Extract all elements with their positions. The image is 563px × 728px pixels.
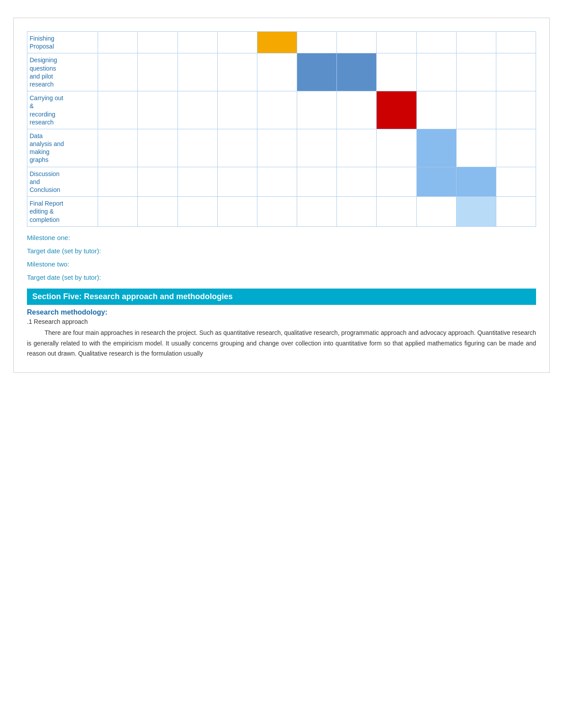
gantt-cell (456, 167, 496, 197)
gantt-row: Designingquestionsand pilotresearch (27, 53, 536, 91)
gantt-cell (178, 91, 217, 129)
gantt-cell (456, 197, 496, 227)
task-label: Dataanalysis andmakinggraphs (27, 129, 98, 167)
gantt-cell (337, 53, 377, 91)
gantt-cell (337, 91, 377, 129)
gantt-row: Final Reportediting &completion (27, 197, 536, 227)
gantt-cell (297, 32, 337, 53)
gantt-cell (456, 129, 496, 167)
gantt-cell (416, 32, 456, 53)
gantt-cell (98, 129, 138, 167)
gantt-row: Dataanalysis andmakinggraphs (27, 129, 536, 167)
gantt-cell (377, 197, 416, 227)
gantt-cell (257, 32, 297, 53)
gantt-cell (377, 53, 416, 91)
gantt-cell (98, 197, 138, 227)
task-label: Carrying out&recordingresearch (27, 91, 98, 129)
gantt-cell (178, 32, 217, 53)
page-container: FinishingProposalDesigningquestionsand p… (13, 18, 550, 373)
gantt-cell (98, 167, 138, 197)
gantt-cell (496, 53, 536, 91)
gantt-cell (138, 32, 178, 53)
target-date-one-label: Target date (set by tutor): (27, 244, 536, 258)
gantt-cell (416, 129, 456, 167)
gantt-cell (217, 32, 257, 53)
gantt-cell (178, 167, 217, 197)
gantt-cell (138, 167, 178, 197)
gantt-cell (456, 53, 496, 91)
gantt-cell (377, 32, 416, 53)
gantt-cell (377, 167, 416, 197)
gantt-cell (337, 32, 377, 53)
gantt-cell (178, 53, 217, 91)
gantt-cell (217, 197, 257, 227)
gantt-cell (456, 32, 496, 53)
gantt-cell (337, 167, 377, 197)
gantt-cell (217, 167, 257, 197)
gantt-cell (217, 91, 257, 129)
gantt-cell (496, 129, 536, 167)
gantt-cell (337, 197, 377, 227)
gantt-cell (98, 91, 138, 129)
gantt-cell (217, 129, 257, 167)
gantt-cell (496, 32, 536, 53)
gantt-row: FinishingProposal (27, 32, 536, 53)
gantt-cell (416, 197, 456, 227)
gantt-cell (377, 91, 416, 129)
section-five-header: Section Five: Research approach and meth… (27, 289, 536, 305)
gantt-cell (138, 197, 178, 227)
gantt-cell (456, 91, 496, 129)
gantt-cell (178, 129, 217, 167)
gantt-cell (98, 32, 138, 53)
gantt-cell (217, 53, 257, 91)
gantt-cell (257, 91, 297, 129)
target-date-two-label: Target date (set by tutor): (27, 271, 536, 284)
gantt-row: Carrying out&recordingresearch (27, 91, 536, 129)
gantt-cell (257, 197, 297, 227)
gantt-cell (98, 53, 138, 91)
gantt-cell (257, 129, 297, 167)
gantt-cell (377, 129, 416, 167)
milestone-section: Milestone one: Target date (set by tutor… (27, 231, 536, 284)
gantt-cell (138, 91, 178, 129)
gantt-cell (416, 91, 456, 129)
subsection-label: .1 Research approach (27, 318, 536, 325)
section-five-title: Section Five: Research approach and meth… (32, 292, 233, 301)
gantt-cell (257, 167, 297, 197)
gantt-row: DiscussionandConclusion (27, 167, 536, 197)
gantt-cell (297, 167, 337, 197)
gantt-cell (496, 167, 536, 197)
gantt-cell (337, 129, 377, 167)
milestone-two-label: Milestone two: (27, 258, 536, 271)
milestone-one-label: Milestone one: (27, 231, 536, 244)
gantt-cell (138, 129, 178, 167)
task-label: Final Reportediting &completion (27, 197, 98, 227)
methodology-title: Research methodology: (27, 308, 536, 316)
task-label: Designingquestionsand pilotresearch (27, 53, 98, 91)
task-label: FinishingProposal (27, 32, 98, 53)
gantt-cell (138, 53, 178, 91)
gantt-cell (297, 91, 337, 129)
gantt-cell (297, 53, 337, 91)
gantt-cell (416, 167, 456, 197)
gantt-cell (257, 53, 297, 91)
gantt-cell (496, 197, 536, 227)
methodology-paragraph: There are four main approaches in resear… (27, 328, 536, 359)
gantt-cell (178, 197, 217, 227)
gantt-cell (416, 53, 456, 91)
gantt-cell (496, 91, 536, 129)
methodology-block: Research methodology: .1 Research approa… (27, 308, 536, 359)
gantt-cell (297, 197, 337, 227)
gantt-table: FinishingProposalDesigningquestionsand p… (27, 31, 536, 227)
gantt-cell (297, 129, 337, 167)
task-label: DiscussionandConclusion (27, 167, 98, 197)
